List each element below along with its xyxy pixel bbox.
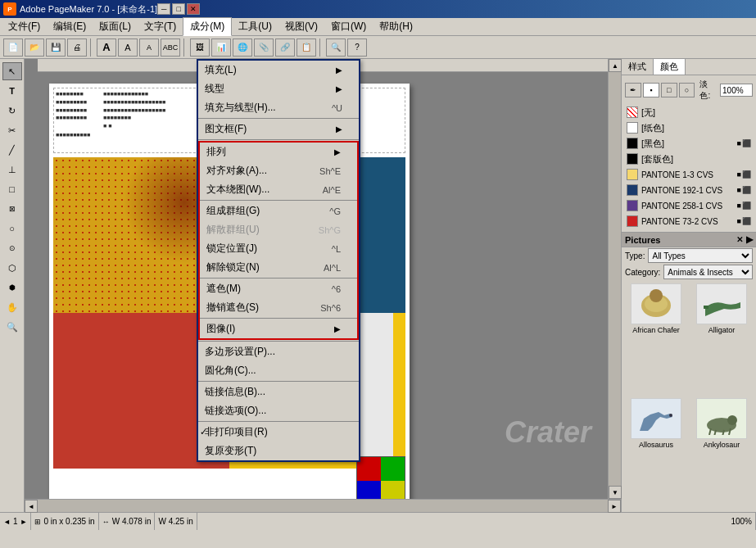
toolbar-main: 📄 📂 💾 🖨 A A A ABC 🖼 📊 🌐 📎 🔗 📋 🔍 ? xyxy=(0,36,756,59)
tb-img5[interactable]: 🔗 xyxy=(275,38,295,57)
menu-stroke[interactable]: 线型 ▶ xyxy=(198,79,359,98)
open-button[interactable]: 📂 xyxy=(25,38,44,57)
width-display: W 4.25 in xyxy=(158,517,192,526)
menu-text[interactable]: 文字(T) xyxy=(138,18,183,35)
sep3-inner xyxy=(200,200,357,201)
tb-sep1 xyxy=(90,38,93,57)
menu-frame[interactable]: 图文框(F) ▶ xyxy=(198,120,359,138)
app-logo: P xyxy=(3,2,16,16)
menu-file[interactable]: 文件(F) xyxy=(2,18,47,35)
menu-linkopts[interactable]: 链接选项(O)... xyxy=(198,401,359,420)
menu-layout[interactable]: 版面(L) xyxy=(93,18,138,35)
highlight-section: 排列 ▶ 对齐对象(A)... Sh^E 文本绕图(W)... Al^E 组成群… xyxy=(198,141,359,340)
menu-mask[interactable]: 遮色(M) ^6 xyxy=(200,279,357,298)
menu-view[interactable]: 视图(V) xyxy=(278,18,324,35)
width-section: W 4.25 in xyxy=(155,513,197,530)
tb-img3[interactable]: 🌐 xyxy=(233,38,252,57)
tb-A2[interactable]: A xyxy=(118,38,138,57)
fill-arrow: ▶ xyxy=(336,66,342,75)
menu-edit[interactable]: 编辑(E) xyxy=(47,18,93,35)
menu-unlock[interactable]: 解除锁定(N) Al^L xyxy=(200,258,357,277)
frame-arrow: ▶ xyxy=(336,125,342,134)
status-bar: ◄ 1 ► ⊞ 0 in x 0.235 in ↔ W 4.078 in W 4… xyxy=(0,512,756,530)
position-display: 0 in x 0.235 in xyxy=(43,517,94,526)
tb-img4[interactable]: 📎 xyxy=(254,38,274,57)
menu-element[interactable]: 成分(M) xyxy=(183,17,232,36)
tb-img2[interactable]: 📊 xyxy=(211,38,231,57)
tb-img1[interactable]: 🖼 xyxy=(190,38,210,57)
minimize-button[interactable]: ─ xyxy=(157,3,170,15)
sep2 xyxy=(198,139,359,140)
menu-linkinfo[interactable]: 链接信息(B)... xyxy=(198,383,359,401)
tb-sep2 xyxy=(183,38,187,57)
page-next-button[interactable]: ► xyxy=(20,518,27,526)
dimensions-display: W 4.078 in xyxy=(112,517,152,526)
zoom-display: 100% xyxy=(731,517,752,526)
menu-revert[interactable]: 复原变形(T) xyxy=(198,442,359,460)
menu-nonprint[interactable]: 非打印项目(R) xyxy=(198,423,359,442)
close-button[interactable]: ✕ xyxy=(187,3,200,15)
menu-align[interactable]: 对齐对象(A)... Sh^E xyxy=(200,161,357,180)
dropdown-overlay: 填充(L) ▶ 线型 ▶ 填充与线型(H)... ^U 图文框(F) ▶ xyxy=(0,59,756,512)
maximize-button[interactable]: □ xyxy=(172,3,185,15)
sep4-inner xyxy=(200,278,357,279)
element-menu-dropdown: 填充(L) ▶ 线型 ▶ 填充与线型(H)... ^U 图文框(F) ▶ xyxy=(197,59,360,462)
stroke-arrow: ▶ xyxy=(336,84,342,93)
sep7 xyxy=(198,381,359,382)
menu-image[interactable]: 图像(I) ▶ xyxy=(200,319,357,338)
tb-A[interactable]: A xyxy=(97,38,116,57)
tb-img6[interactable]: 📋 xyxy=(297,38,316,57)
sep6 xyxy=(198,341,359,342)
new-button[interactable]: 📄 xyxy=(3,38,23,57)
menu-fill-stroke[interactable]: 填充与线型(H)... ^U xyxy=(198,98,359,117)
menu-ungroup[interactable]: 解散群组(U) Sh^G xyxy=(200,220,357,239)
position-section: ⊞ 0 in x 0.235 in xyxy=(31,513,98,530)
zoom-section: 100% xyxy=(727,513,756,530)
menu-textwrap[interactable]: 文本绕图(W)... Al^E xyxy=(200,180,357,199)
position-icon: ⊞ xyxy=(34,518,41,526)
menu-lock[interactable]: 锁定位置(J) ^L xyxy=(200,239,357,258)
dimensions-icon: ↔ xyxy=(102,518,110,526)
tb-spell[interactable]: ABC xyxy=(161,38,180,57)
page-number: 1 xyxy=(13,517,18,526)
menu-arrange[interactable]: 排列 ▶ xyxy=(200,143,357,161)
page-prev-button[interactable]: ◄ xyxy=(3,518,11,526)
menu-window[interactable]: 窗口(W) xyxy=(324,18,373,35)
menu-bar: 文件(F) 编辑(E) 版面(L) 文字(T) 成分(M) 工具(U) 视图(V… xyxy=(0,18,756,36)
print-button[interactable]: 🖨 xyxy=(67,38,87,57)
title-bar: P Adobe PageMaker 7.0 - [未命名-1] ─ □ ✕ xyxy=(0,0,756,18)
menu-help[interactable]: 帮助(H) xyxy=(373,18,419,35)
tb-help[interactable]: ? xyxy=(347,38,367,57)
image-arrow: ▶ xyxy=(334,324,341,333)
sep8 xyxy=(198,421,359,422)
tb-sep3 xyxy=(319,38,323,57)
menu-group[interactable]: 组成群组(G) ^G xyxy=(200,202,357,220)
menu-polygon[interactable]: 多边形设置(P)... xyxy=(198,342,359,361)
menu-fill[interactable]: 填充(L) ▶ xyxy=(198,61,359,79)
menu-rounded[interactable]: 圆化角(C)... xyxy=(198,361,359,380)
menu-unmask[interactable]: 撤销遮色(S) Sh^6 xyxy=(200,298,357,317)
sep1 xyxy=(198,118,359,119)
main-area: ↖ T ↻ ✂ ╱ ⊥ □ ⊠ ○ ⊙ ⬡ ⬢ ✋ 🔍 xyxy=(0,59,756,512)
menu-tools[interactable]: 工具(U) xyxy=(232,18,278,35)
tb-zoom[interactable]: 🔍 xyxy=(326,38,346,57)
window-controls: ─ □ ✕ xyxy=(157,3,200,15)
sep5-inner xyxy=(200,318,357,319)
page-nav-section: ◄ 1 ► xyxy=(0,513,31,530)
dimensions-section: ↔ W 4.078 in xyxy=(99,513,156,530)
arrange-arrow: ▶ xyxy=(334,147,341,156)
tb-A3[interactable]: A xyxy=(139,38,159,57)
title-text: Adobe PageMaker 7.0 - [未命名-1] xyxy=(20,3,157,16)
save-button[interactable]: 💾 xyxy=(46,38,66,57)
